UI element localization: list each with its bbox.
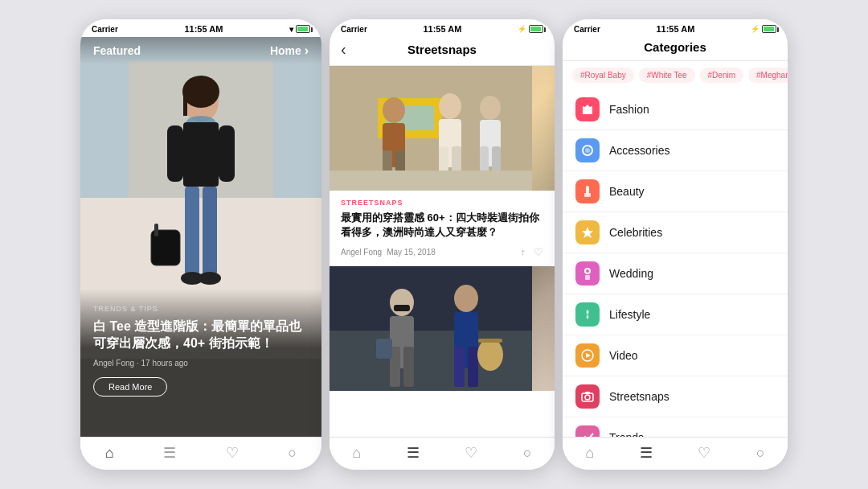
svg-rect-54 <box>585 275 590 280</box>
svg-point-53 <box>585 269 590 273</box>
nav-home-icon-3[interactable]: ⌂ <box>585 445 594 462</box>
svg-point-36 <box>390 289 414 316</box>
svg-rect-11 <box>185 187 199 275</box>
page-title-categories: Categories <box>644 40 706 54</box>
bottom-nav-2: ⌂ ☰ ♡ ○ <box>330 437 555 470</box>
nav-bookmark-icon[interactable]: ♡ <box>226 444 239 462</box>
article-date: May 15, 2018 <box>387 248 436 257</box>
article-tag: TRENDS & TIPS <box>93 305 309 313</box>
wifi-icon-1: ▾ <box>289 25 293 34</box>
nav-home-icon[interactable]: ⌂ <box>105 445 114 462</box>
svg-point-5 <box>182 76 219 108</box>
beauty-icon <box>575 179 600 203</box>
svg-rect-39 <box>403 347 414 387</box>
svg-rect-59 <box>585 392 590 394</box>
category-wedding[interactable]: Wedding <box>563 253 788 294</box>
category-lifestyle[interactable]: Lifestyle <box>563 294 788 335</box>
category-accessories[interactable]: Accessories <box>563 130 788 171</box>
article-title: 白 Tee 造型進階版：最簡單的單品也可穿出層次感，40+ 街拍示範！ <box>93 318 309 352</box>
svg-rect-51 <box>584 193 591 197</box>
tag-white-tee[interactable]: #White Tee <box>639 68 695 83</box>
nav-bookmark-icon-3[interactable]: ♡ <box>698 444 710 462</box>
svg-rect-33 <box>330 171 532 191</box>
svg-marker-56 <box>586 353 591 358</box>
time-2: 11:55 AM <box>423 24 461 34</box>
category-lifestyle-label: Lifestyle <box>609 308 650 321</box>
battery-fill-1 <box>297 27 308 31</box>
categories-list: Fashion Accessories Beauty Celebrities <box>563 89 788 437</box>
read-more-button[interactable]: Read More <box>93 377 167 397</box>
battery-icon-3 <box>762 25 776 33</box>
celebrities-icon <box>575 220 600 244</box>
nav-bookmark-icon-2[interactable]: ♡ <box>465 444 477 462</box>
svg-rect-41 <box>376 339 392 359</box>
svg-rect-9 <box>167 125 183 182</box>
nav-profile-icon-2[interactable]: ○ <box>523 445 532 462</box>
share-icon[interactable]: ↑ <box>521 246 526 258</box>
nav-list-icon[interactable]: ☰ <box>163 444 176 462</box>
svg-point-29 <box>480 96 501 120</box>
svg-marker-52 <box>582 227 593 238</box>
video-icon <box>575 343 600 368</box>
svg-point-21 <box>383 97 405 123</box>
svg-point-14 <box>199 272 221 285</box>
category-video[interactable]: Video <box>563 335 788 376</box>
tag-meghan[interactable]: #Meghan Mar <box>748 68 788 83</box>
home-link[interactable]: Home › <box>270 43 309 58</box>
phone-streetsnaps: Carrier 11:55 AM ⚡ ‹ Streetsnaps <box>330 19 555 470</box>
svg-rect-10 <box>219 125 235 182</box>
svg-rect-45 <box>468 347 478 387</box>
svg-rect-8 <box>183 122 219 187</box>
lifestyle-icon <box>575 302 600 327</box>
svg-rect-6 <box>183 92 187 116</box>
phone-categories: Carrier 11:55 AM ⚡ Categories #Royal Bab… <box>563 19 788 470</box>
bottom-nav-3: ⌂ ☰ ♡ ○ <box>563 437 788 470</box>
svg-point-49 <box>585 148 590 153</box>
nav-home-icon-2[interactable]: ⌂ <box>352 445 361 462</box>
svg-point-25 <box>439 93 461 119</box>
article-1-meta: Angel Fong May 15, 2018 ↑ ♡ <box>341 246 543 258</box>
nav-list-icon-3[interactable]: ☰ <box>640 444 653 462</box>
svg-rect-16 <box>154 224 158 236</box>
lightning-icon-3: ⚡ <box>751 25 760 33</box>
fashion-icon <box>575 97 600 121</box>
category-fashion[interactable]: Fashion <box>563 89 788 130</box>
svg-point-42 <box>454 285 478 312</box>
tags-row: #Royal Baby #White Tee #Denim #Meghan Ma… <box>563 61 788 89</box>
carrier-1: Carrier <box>92 25 118 34</box>
status-icons-1: ▾ <box>289 25 310 34</box>
svg-rect-47 <box>478 339 502 343</box>
battery-fill-3 <box>764 27 774 31</box>
bottom-nav-1: ⌂ ☰ ♡ ○ <box>80 437 321 470</box>
svg-rect-40 <box>394 305 410 311</box>
category-celebrities[interactable]: Celebrities <box>563 212 788 253</box>
article-1-image <box>330 66 555 191</box>
nav-profile-icon[interactable]: ○ <box>288 445 297 462</box>
nav-profile-icon-3[interactable]: ○ <box>756 445 765 462</box>
article-action-icons: ↑ ♡ <box>521 246 544 258</box>
phone-featured: Carrier 11:55 AM ▾ <box>80 19 321 470</box>
article-1-body: STREETSNAPS 最實用的穿搭靈感 60+：四大時裝週街拍你看得多，澳洲時… <box>330 191 555 266</box>
article-1-title: 最實用的穿搭靈感 60+：四大時裝週街拍你看得多，澳洲時尚達人又穿甚麼？ <box>341 211 543 240</box>
category-streetsnaps-label: Streetsnaps <box>609 390 669 403</box>
article-author: Angel Fong · 17 hours ago <box>93 359 309 368</box>
status-bar-2: Carrier 11:55 AM ⚡ <box>330 19 555 37</box>
bookmark-icon[interactable]: ♡ <box>534 246 543 258</box>
category-celebrities-label: Celebrities <box>609 226 662 239</box>
battery-fill-2 <box>530 27 541 31</box>
article-2-image <box>330 266 555 391</box>
chevron-right-icon: › <box>305 43 309 57</box>
carrier-2: Carrier <box>341 25 367 34</box>
tag-denim[interactable]: #Denim <box>700 68 743 83</box>
back-button[interactable]: ‹ <box>341 40 346 59</box>
tag-royal-baby[interactable]: #Royal Baby <box>572 68 634 83</box>
category-beauty[interactable]: Beauty <box>563 171 788 212</box>
status-icons-2: ⚡ <box>518 25 543 33</box>
category-streetsnaps[interactable]: Streetsnaps <box>563 376 788 417</box>
nav-list-icon-2[interactable]: ☰ <box>407 444 420 462</box>
wedding-icon <box>575 261 600 286</box>
battery-icon-1 <box>296 25 310 33</box>
category-trends[interactable]: Trends <box>563 417 788 437</box>
battery-icon-2 <box>529 25 543 33</box>
accessories-icon <box>575 138 600 162</box>
